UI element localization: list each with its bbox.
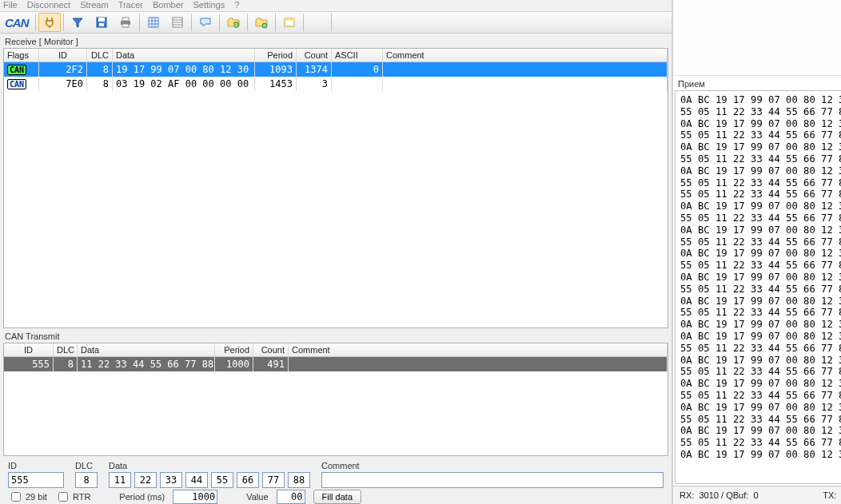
- monitor-title: Receive [ Monitor ]: [3, 37, 668, 46]
- svg-rect-10: [285, 18, 294, 21]
- hex-dump[interactable]: 0A BC 19 17 99 07 00 80 12 30 55 05 11 2…: [675, 90, 841, 484]
- toolbar: CAN: [0, 11, 672, 34]
- svg-rect-5: [122, 24, 129, 27]
- data-byte-7[interactable]: [288, 472, 310, 488]
- menu-?[interactable]: ?: [234, 0, 239, 10]
- svg-point-8: [262, 23, 267, 28]
- data-byte-5[interactable]: [237, 472, 259, 488]
- comment-label: Comment: [321, 461, 664, 470]
- dlc-label: DLC: [75, 461, 98, 470]
- menu-stream[interactable]: Stream: [80, 0, 108, 10]
- id-input[interactable]: [8, 472, 64, 488]
- transmit-grid[interactable]: ID DLC Data Period Count Comment 555811 …: [3, 343, 668, 456]
- menu-disconnect[interactable]: Disconnect: [27, 0, 70, 10]
- menu-tracer[interactable]: Tracer: [118, 0, 143, 10]
- period-input[interactable]: [173, 490, 217, 504]
- right-blank-panel: [673, 0, 841, 76]
- menubar: FileDisconnectStreamTracerBomberSettings…: [0, 0, 672, 11]
- folder-tag-alt-icon[interactable]: [250, 13, 273, 32]
- printer-icon[interactable]: [114, 13, 137, 32]
- comment-input[interactable]: [321, 472, 664, 488]
- data-label: Data: [109, 461, 310, 470]
- grid1-icon[interactable]: [142, 13, 165, 32]
- cb-29bit[interactable]: 29 bit: [8, 490, 47, 504]
- data-byte-1[interactable]: [134, 472, 157, 488]
- monitor-header: Flags ID DLC Data Period Count ASCII Com…: [4, 49, 668, 62]
- dlc-input[interactable]: [75, 472, 98, 488]
- data-byte-4[interactable]: [211, 472, 233, 488]
- menu-bomber[interactable]: Bomber: [153, 0, 184, 10]
- placeholder2-icon[interactable]: [334, 13, 357, 32]
- data-byte-2[interactable]: [160, 472, 182, 488]
- monitor-row[interactable]: CAN7E0803 19 02 AF 00 00 00 0014533: [4, 77, 668, 91]
- svg-rect-6: [149, 18, 158, 27]
- monitor-grid[interactable]: Flags ID DLC Data Period Count ASCII Com…: [3, 48, 668, 328]
- value-input[interactable]: [277, 490, 305, 504]
- folder-tag-icon[interactable]: [222, 13, 245, 32]
- cb-rtr[interactable]: RTR: [55, 490, 90, 504]
- placeholder-icon[interactable]: [306, 13, 329, 32]
- svg-rect-2: [99, 23, 104, 26]
- value-label: Value: [246, 492, 268, 502]
- period-label: Period (ms): [119, 492, 165, 502]
- data-byte-0[interactable]: [109, 472, 131, 488]
- chat-icon[interactable]: [194, 13, 217, 32]
- right-statusbar: RX: 3010 / QBuf: 0 TX: 0: [673, 486, 841, 504]
- grid2-icon[interactable]: [166, 13, 189, 32]
- svg-rect-4: [122, 18, 129, 21]
- filter-icon[interactable]: [66, 13, 89, 32]
- transmit-title: CAN Transmit: [3, 331, 668, 341]
- transmit-header: ID DLC Data Period Count Comment: [4, 343, 668, 357]
- menu-file[interactable]: File: [3, 0, 18, 10]
- plug-icon[interactable]: [38, 13, 61, 32]
- svg-rect-1: [98, 18, 105, 22]
- fill-data-button[interactable]: Fill data: [313, 490, 362, 504]
- monitor-row[interactable]: CAN2F2819 17 99 07 00 80 12 30109313740: [4, 62, 668, 77]
- window-icon[interactable]: [278, 13, 301, 32]
- receive-title: Прием: [673, 76, 841, 89]
- data-byte-3[interactable]: [185, 472, 208, 488]
- transmit-row[interactable]: 555811 22 33 44 55 66 77 881000491: [4, 357, 668, 371]
- app-logo: CAN: [0, 16, 34, 30]
- id-label: ID: [8, 461, 64, 470]
- save-icon[interactable]: [90, 13, 113, 32]
- menu-settings[interactable]: Settings: [193, 0, 225, 10]
- data-byte-6[interactable]: [262, 472, 285, 488]
